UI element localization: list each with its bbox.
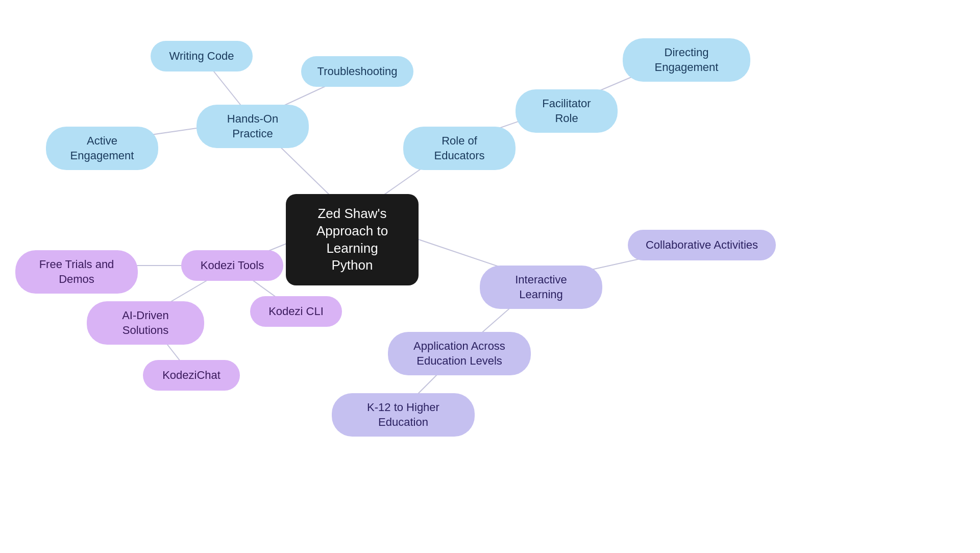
facilitator-role-node: Facilitator Role [516,89,618,133]
mindmap-container: Zed Shaw's Approach to Learning PythonWr… [0,0,980,553]
free-trials-node: Free Trials and Demos [15,250,138,294]
kodezi-tools-node: Kodezi Tools [181,250,283,281]
interactive-learning-node: Interactive Learning [480,266,602,309]
writing-code-node: Writing Code [151,41,253,71]
role-of-educators-node: Role of Educators [403,127,516,170]
hands-on-practice-node: Hands-On Practice [197,105,309,148]
directing-engagement-node: Directing Engagement [623,38,750,82]
center-node: Zed Shaw's Approach to Learning Python [286,194,419,285]
app-across-edu-node: Application Across Education Levels [388,332,531,375]
kodezichat-node: KodeziChat [143,360,240,391]
kodezi-cli-node: Kodezi CLI [250,296,342,327]
active-engagement-node: Active Engagement [46,127,158,170]
ai-driven-node: AI-Driven Solutions [87,301,204,345]
k12-higher-node: K-12 to Higher Education [332,393,475,437]
troubleshooting-node: Troubleshooting [301,56,413,87]
collaborative-activities-node: Collaborative Activities [628,230,776,260]
